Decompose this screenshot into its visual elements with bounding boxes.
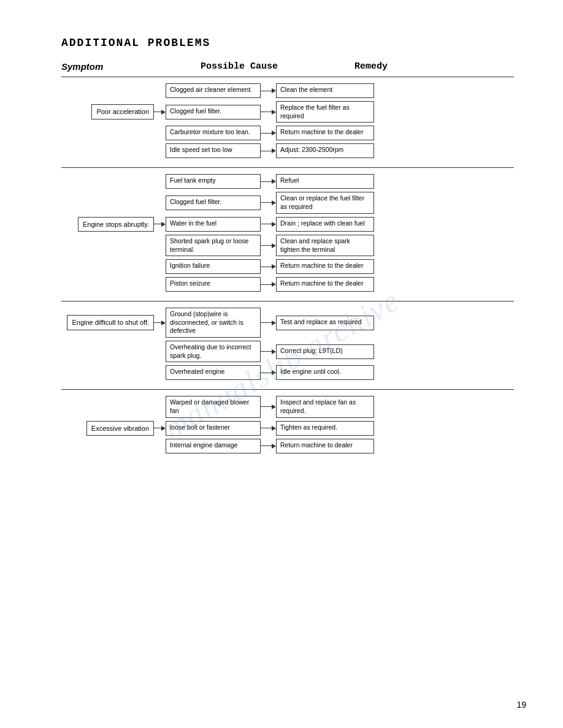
remedy-box: Drain ; replace with clean fuel — [276, 217, 374, 232]
remedy-box: Correct plug: L9T(LD) — [276, 344, 374, 359]
table-row: Clogged fuel filter. Clean or replace th… — [61, 192, 514, 213]
table-row: Engine difficult to shut off. Ground (st… — [61, 308, 514, 338]
cause-box: Carburetor mixture too lean. — [166, 126, 261, 140]
symptom-box: Engine difficult to shut off. — [67, 315, 154, 330]
remedy-box: Return machine to the dealer — [276, 259, 374, 274]
remedy-box: Adjust: 2300-2500rpm — [276, 143, 374, 158]
cause-box: Clogged air cleaner element. — [166, 83, 261, 98]
cause-box: Overheated engine — [166, 365, 261, 380]
section-2: Engine difficult to shut off. Ground (st… — [61, 301, 514, 389]
cause-box: loose bolt or fastener — [166, 421, 261, 436]
remedy-box: Clean and replace spark tighten the term… — [276, 235, 374, 256]
cause-box: Warped or damaged blower fan — [166, 396, 261, 417]
remedy-box: Tighten as required. — [276, 421, 374, 436]
sections-container: Clogged air cleaner element. Clean the e… — [61, 77, 514, 463]
cause-box: Ignition failure — [166, 259, 261, 274]
cause-box: Idle speed set too low — [166, 143, 261, 158]
table-row: Excessive vibration loose bolt or fasten… — [61, 421, 514, 436]
section-3: Warped or damaged blower fan Inspect and… — [61, 389, 514, 463]
cause-box: Water in the fuel — [166, 217, 261, 232]
section-1: Fuel tank empty Refuel Clogged fuel filt… — [61, 167, 514, 301]
remedy-box: Inspect and replace fan as required. — [276, 396, 374, 417]
section-0: Clogged air cleaner element. Clean the e… — [61, 77, 514, 167]
cause-box: Clogged fuel filter. — [166, 195, 261, 210]
symptom-box: Engine stops abruptly. — [78, 217, 154, 232]
cause-box: Internal engine damage — [166, 439, 261, 453]
remedy-box: Clean or replace the fuel filter as requ… — [276, 192, 374, 213]
header-remedy: Remedy — [307, 61, 435, 72]
header-symptom: Symptom — [61, 61, 172, 72]
table-row: Warped or damaged blower fan Inspect and… — [61, 396, 514, 417]
cause-box: Piston seizure — [166, 277, 261, 292]
table-row: Shorted spark plug or loose terminal. Cl… — [61, 235, 514, 256]
table-row: Poor acceleration Clogged fuel filter. R… — [61, 101, 514, 123]
table-row: Clogged air cleaner element. Clean the e… — [61, 83, 514, 98]
cause-box: Clogged fuel filter. — [166, 105, 261, 119]
table-row: Fuel tank empty Refuel — [61, 174, 514, 189]
remedy-box: Return machine to the dealer — [276, 277, 374, 292]
table-row: Overheating due to incorrect spark plug.… — [61, 341, 514, 362]
remedy-box: Refuel — [276, 174, 374, 189]
table-row: Carburetor mixture too lean. Return mach… — [61, 126, 514, 140]
remedy-box: Test and replace as required — [276, 316, 374, 330]
table-row: Engine stops abruptly. Water in the fuel… — [61, 217, 514, 232]
cause-box: Fuel tank empty — [166, 174, 261, 189]
page-title: ADDITIONAL PROBLEMS — [61, 37, 514, 49]
remedy-box: Idle engine until cool. — [276, 365, 374, 380]
table-row: Idle speed set too low Adjust: 2300-2500… — [61, 143, 514, 158]
table-row: Overheated engine Idle engine until cool… — [61, 365, 514, 380]
table-row: Piston seizure Return machine to the dea… — [61, 277, 514, 292]
symptom-box: Excessive vibration — [86, 421, 154, 436]
remedy-box: Replace the fuel filter as required — [276, 101, 374, 123]
remedy-box: Return machine to the dealer — [276, 126, 374, 140]
header-cause: Possible Cause — [172, 61, 307, 72]
remedy-box: Return machine to dealer — [276, 439, 374, 453]
cause-box: Ground (stop)wire is disconnected, or sw… — [166, 308, 261, 338]
table-row: Ignition failure Return machine to the d… — [61, 259, 514, 274]
remedy-box: Clean the element — [276, 83, 374, 98]
cause-box: Overheating due to incorrect spark plug. — [166, 341, 261, 362]
symptom-box: Poor acceleration — [91, 104, 154, 119]
table-row: Internal engine damage Return machine to… — [61, 439, 514, 453]
cause-box: Shorted spark plug or loose terminal. — [166, 235, 261, 256]
page-number: 19 — [516, 700, 526, 710]
